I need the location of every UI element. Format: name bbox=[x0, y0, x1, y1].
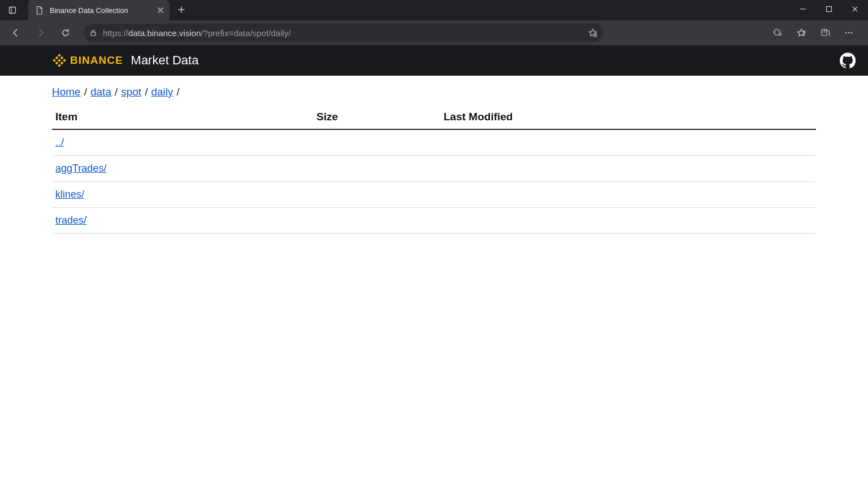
svg-rect-4 bbox=[91, 32, 96, 36]
cell-size bbox=[316, 163, 444, 175]
settings-menu-button[interactable] bbox=[837, 23, 860, 43]
parent-dir-link[interactable]: ../ bbox=[55, 137, 64, 148]
svg-rect-14 bbox=[58, 64, 61, 67]
svg-rect-20 bbox=[55, 62, 59, 65]
cell-modified bbox=[444, 215, 813, 226]
maximize-button[interactable] bbox=[816, 0, 842, 18]
minimize-button[interactable] bbox=[790, 0, 816, 18]
svg-rect-18 bbox=[55, 56, 59, 60]
svg-rect-3 bbox=[827, 7, 832, 12]
breadcrumb-separator: / bbox=[145, 86, 147, 98]
collections-button[interactable] bbox=[814, 23, 836, 43]
dir-link[interactable]: trades/ bbox=[55, 215, 86, 226]
dir-link[interactable]: aggTrades/ bbox=[55, 163, 106, 174]
table-row: klines/ bbox=[52, 182, 816, 208]
svg-rect-13 bbox=[58, 54, 61, 57]
back-button[interactable] bbox=[5, 23, 27, 43]
svg-point-12 bbox=[851, 32, 853, 34]
close-tab-icon[interactable] bbox=[157, 7, 164, 14]
browser-tab[interactable]: Binance Data Collection bbox=[28, 0, 170, 20]
breadcrumb-separator: / bbox=[115, 86, 118, 98]
table-header: Item Size Last Modified bbox=[52, 106, 816, 130]
browser-titlebar: Binance Data Collection bbox=[0, 0, 868, 20]
breadcrumb: Home / data / spot / daily / bbox=[52, 86, 816, 98]
breadcrumb-data[interactable]: data bbox=[90, 86, 111, 98]
breadcrumb-home[interactable]: Home bbox=[52, 86, 81, 98]
browser-chrome: Binance Data Collection bbox=[0, 0, 868, 45]
url-host: data.binance.vision bbox=[128, 28, 201, 38]
new-tab-button[interactable] bbox=[172, 0, 191, 19]
column-last-modified: Last Modified bbox=[444, 111, 813, 123]
tab-actions-button[interactable] bbox=[0, 0, 25, 20]
cell-modified bbox=[444, 137, 813, 149]
page-header: BINANCE Market Data bbox=[0, 45, 868, 76]
tab-title: Binance Data Collection bbox=[50, 6, 151, 15]
url-path: /?prefix=data/spot/daily/ bbox=[201, 28, 290, 38]
github-link[interactable] bbox=[839, 51, 857, 69]
cell-size bbox=[316, 189, 444, 201]
content: Home / data / spot / daily / Item Size L… bbox=[0, 76, 868, 234]
svg-point-11 bbox=[848, 32, 850, 34]
binance-logo-text: BINANCE bbox=[70, 54, 123, 67]
refresh-button[interactable] bbox=[54, 23, 77, 43]
svg-point-10 bbox=[845, 32, 847, 34]
svg-rect-0 bbox=[10, 7, 16, 14]
breadcrumb-spot[interactable]: spot bbox=[121, 86, 141, 98]
cell-size bbox=[316, 215, 444, 226]
favorites-button[interactable] bbox=[790, 23, 813, 43]
cell-modified bbox=[444, 163, 813, 175]
table-row: aggTrades/ bbox=[52, 156, 816, 182]
url-text: https://data.binance.vision/?prefix=data… bbox=[103, 28, 582, 38]
toolbar-right bbox=[766, 23, 863, 43]
forward-button[interactable] bbox=[29, 23, 52, 43]
listing-table: Item Size Last Modified ../ aggTrades/ k… bbox=[52, 106, 816, 234]
cell-size bbox=[316, 137, 444, 149]
svg-rect-21 bbox=[60, 62, 64, 65]
table-row: ../ bbox=[52, 130, 816, 156]
browser-toolbar: https://data.binance.vision/?prefix=data… bbox=[0, 20, 868, 45]
url-scheme: https bbox=[103, 28, 121, 38]
dir-link[interactable]: klines/ bbox=[55, 189, 84, 200]
svg-rect-16 bbox=[63, 59, 66, 62]
close-window-button[interactable] bbox=[842, 0, 868, 18]
column-item: Item bbox=[55, 111, 316, 123]
svg-rect-17 bbox=[58, 59, 61, 62]
binance-logo-icon bbox=[52, 53, 67, 68]
window-controls bbox=[790, 0, 868, 18]
table-row: trades/ bbox=[52, 208, 816, 234]
breadcrumb-separator: / bbox=[84, 86, 87, 98]
lock-icon bbox=[89, 29, 97, 37]
svg-rect-15 bbox=[53, 59, 56, 62]
add-favorite-icon[interactable] bbox=[588, 28, 598, 38]
cell-modified bbox=[444, 189, 813, 201]
breadcrumb-separator: / bbox=[177, 86, 180, 98]
breadcrumb-daily[interactable]: daily bbox=[151, 86, 173, 98]
page-icon bbox=[35, 6, 44, 15]
page-title: Market Data bbox=[131, 53, 199, 68]
svg-rect-19 bbox=[60, 56, 64, 60]
extensions-button[interactable] bbox=[766, 23, 789, 43]
column-size: Size bbox=[316, 111, 444, 123]
address-bar[interactable]: https://data.binance.vision/?prefix=data… bbox=[84, 24, 604, 42]
binance-logo[interactable]: BINANCE bbox=[52, 53, 123, 68]
